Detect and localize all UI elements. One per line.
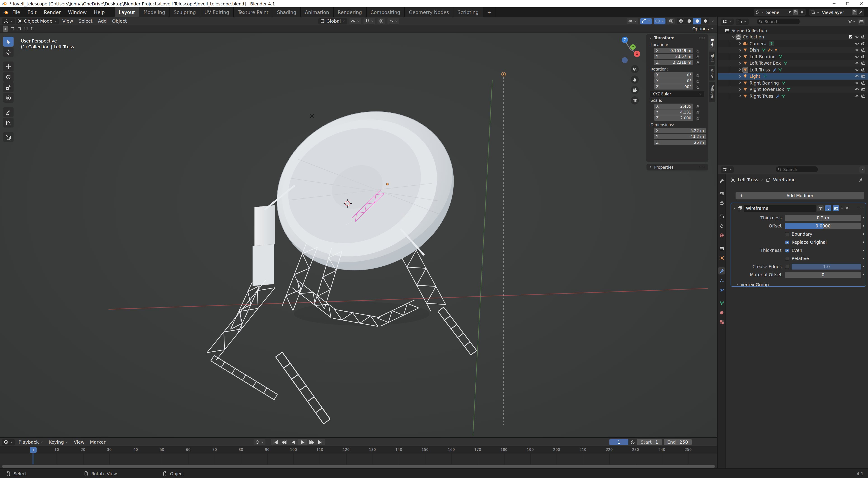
tool-rotate-button[interactable]: [3, 72, 13, 82]
tool-cursor-button[interactable]: [3, 47, 13, 57]
lock-icon[interactable]: [696, 55, 700, 59]
properties-tab-tool[interactable]: [718, 177, 725, 184]
tool-move-button[interactable]: [3, 61, 13, 71]
hide-in-viewport-toggle[interactable]: [855, 81, 859, 85]
light-object-gizmo[interactable]: [502, 72, 506, 76]
previous-keyframe-button[interactable]: [280, 439, 289, 445]
scale-z-field[interactable]: Z2.000: [654, 115, 708, 121]
select-mode-extend-button[interactable]: [9, 26, 15, 31]
properties-tab-modifiers[interactable]: [718, 267, 725, 274]
modifier-drag-dots[interactable]: ::::: [858, 206, 864, 210]
select-mode-subtract-button[interactable]: [16, 26, 22, 31]
shading-options-chevron-icon[interactable]: [711, 20, 714, 23]
shading-rendered-button[interactable]: [701, 18, 709, 24]
animate-property-dot[interactable]: [863, 233, 864, 235]
timeline-menu-playback[interactable]: Playback: [16, 440, 46, 445]
animate-property-dot[interactable]: [863, 274, 864, 275]
pivot-point-button[interactable]: [349, 18, 361, 24]
view-layer-selector[interactable]: ViewLayer: [809, 8, 864, 16]
sidebar-tab-tool[interactable]: Tool: [709, 52, 715, 65]
outliner-row-left-tower-box[interactable]: Left Tower Box: [718, 60, 868, 66]
scale-y-field[interactable]: Y4.131: [654, 110, 708, 115]
vertex-group-subpanel[interactable]: Vertex Group: [736, 282, 866, 287]
properties-tab-object[interactable]: [718, 254, 725, 261]
hide-in-viewport-toggle[interactable]: [855, 61, 859, 65]
properties-search-input[interactable]: [776, 167, 817, 172]
properties-tab-texture[interactable]: [718, 318, 725, 326]
checkbox-boundary[interactable]: [785, 232, 789, 236]
options-dropdown[interactable]: Options: [692, 26, 713, 31]
minimize-button[interactable]: [827, 0, 841, 7]
select-mode-intersect-button[interactable]: [30, 26, 35, 31]
viewport-menu-add[interactable]: Add: [95, 19, 110, 24]
outliner-row-scene-collection[interactable]: Scene Collection: [718, 27, 868, 34]
orientation-dropdown[interactable]: Global: [318, 18, 347, 24]
modifier-name-field[interactable]: Wireframe: [744, 205, 816, 211]
workspace-tab-shading[interactable]: Shading: [273, 7, 301, 17]
blender-menu-icon[interactable]: [3, 9, 8, 15]
sidebar-tab-poliigon[interactable]: Poliigon: [709, 82, 715, 102]
checkbox-relative[interactable]: [785, 256, 789, 261]
workspace-tab-uv-editing[interactable]: UV Editing: [200, 7, 234, 17]
checkbox-crease-edges[interactable]: [785, 264, 789, 269]
lock-icon[interactable]: [696, 49, 700, 53]
modifier-extras-chevron-icon[interactable]: [840, 207, 844, 210]
viewport-3d[interactable]: User Perspective (1) Collection | Left T…: [0, 33, 717, 437]
expand-chevron-icon[interactable]: [738, 68, 742, 72]
collapse-chevron-icon[interactable]: [733, 207, 736, 210]
proportional-editing-button[interactable]: [377, 18, 385, 24]
timeline-menu-marker[interactable]: Marker: [87, 440, 108, 445]
disable-in-renders-toggle[interactable]: [861, 48, 865, 52]
camera-view-button[interactable]: [631, 86, 639, 94]
properties-tab-scene[interactable]: [718, 222, 725, 229]
hide-in-viewport-toggle[interactable]: [855, 41, 859, 46]
frame-start-field[interactable]: Start 1: [637, 439, 662, 445]
menu-window[interactable]: Window: [64, 9, 90, 15]
outliner-row-left-truss[interactable]: Left Truss: [718, 66, 868, 73]
lock-icon[interactable]: [696, 85, 700, 89]
expand-chevron-icon[interactable]: [738, 55, 742, 59]
mode-dropdown[interactable]: Object Mode: [16, 18, 59, 24]
tool-select-box-button[interactable]: [3, 37, 13, 47]
workspace-tab-compositing[interactable]: Compositing: [366, 7, 405, 17]
outliner-row-right-tower-box[interactable]: Right Tower Box: [718, 86, 868, 93]
shading-material-preview-button[interactable]: [693, 18, 701, 24]
workspace-tab-scripting[interactable]: Scripting: [454, 7, 483, 17]
outliner-row-collection[interactable]: Collection: [718, 34, 868, 40]
disable-in-renders-toggle[interactable]: [861, 74, 865, 79]
snapping-button[interactable]: [364, 18, 375, 24]
menu-render[interactable]: Render: [40, 9, 64, 15]
pin-id-icon[interactable]: [859, 177, 864, 182]
frame-ruler[interactable]: 1020304050607080901001101201301401501601…: [0, 447, 717, 454]
dimensions-x-field[interactable]: X5.22 m: [654, 128, 708, 133]
workspace-tab-sculpting[interactable]: Sculpting: [169, 7, 200, 17]
rotation-z-field[interactable]: Z90°: [654, 84, 708, 90]
sidebar-tab-view[interactable]: View: [709, 66, 715, 81]
tool-transform-button[interactable]: [3, 93, 13, 103]
expand-chevron-icon[interactable]: [738, 48, 742, 53]
workspace-tab-animation[interactable]: Animation: [301, 7, 334, 17]
dimensions-z-field[interactable]: Z25 m: [654, 140, 708, 145]
frame-end-field[interactable]: End 250: [664, 439, 692, 445]
close-button[interactable]: [855, 0, 868, 7]
lock-icon[interactable]: [696, 79, 700, 83]
expand-chevron-icon[interactable]: [738, 87, 742, 92]
checkbox-replace-original[interactable]: [785, 240, 789, 244]
animate-property-dot[interactable]: [863, 266, 864, 267]
modifier-field-offset[interactable]: Offset0.0000: [731, 223, 861, 229]
disable-in-renders-toggle[interactable]: [861, 94, 865, 98]
menu-file[interactable]: File: [8, 9, 24, 15]
disable-in-renders-toggle[interactable]: [861, 88, 865, 92]
outliner-row-right-truss[interactable]: Right Truss: [718, 93, 868, 99]
next-keyframe-button[interactable]: [307, 439, 316, 445]
jump-to-start-button[interactable]: [271, 439, 280, 445]
workspace-tab-geometry-nodes[interactable]: Geometry Nodes: [405, 7, 454, 17]
properties-tab-view-layer[interactable]: [718, 213, 725, 220]
panel-drag-dots[interactable]: ::::: [699, 36, 705, 40]
current-frame-field[interactable]: 1: [610, 439, 628, 445]
properties-tab-object-data[interactable]: [718, 299, 725, 307]
outliner-row-left-bearing[interactable]: Left Bearing: [718, 53, 868, 60]
add-workspace-button[interactable]: +: [483, 7, 496, 17]
telescope-dish[interactable]: [251, 84, 479, 298]
expand-chevron-icon[interactable]: [738, 81, 742, 85]
